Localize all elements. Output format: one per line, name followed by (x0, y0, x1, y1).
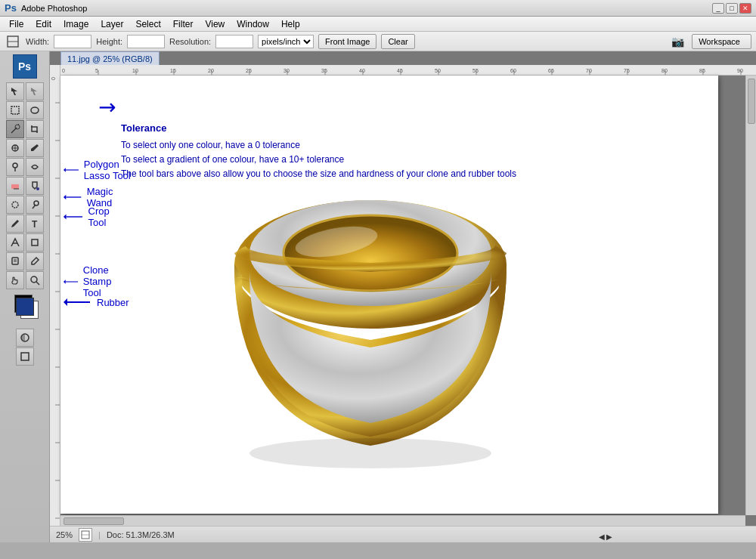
path-selection-button[interactable] (6, 233, 24, 252)
menu-select[interactable]: Select (129, 17, 166, 31)
svg-text:60: 60 (510, 68, 516, 73)
eyedropper-button[interactable] (26, 252, 44, 270)
polygon-lasso-annotation: Polygon Lasso Tool (64, 159, 132, 181)
svg-text:85: 85 (699, 68, 705, 73)
clone-stamp-annotation: Clone Stamp Tool (64, 264, 125, 298)
clear-button[interactable]: Clear (381, 34, 414, 49)
menu-image[interactable]: Image (57, 17, 94, 31)
svg-point-96 (249, 438, 491, 468)
direct-selection-tool-button[interactable] (26, 82, 44, 100)
blur-tool-button[interactable] (6, 196, 24, 214)
crop-tool-label: Crop Tool (88, 205, 119, 228)
width-input[interactable] (54, 35, 91, 48)
tool-row-6 (6, 177, 44, 195)
maximize-button[interactable]: □ (726, 3, 738, 14)
menu-view[interactable]: View (199, 17, 231, 31)
nav-arrows[interactable]: ◀ ▶ (599, 533, 612, 541)
polygon-lasso-arrow-icon (64, 162, 81, 178)
lasso-tool-button[interactable] (26, 101, 44, 119)
status-bar: 25% | Doc: 51.3M/26.3M ◀ ▶ (50, 526, 756, 542)
quick-mask-button[interactable] (16, 329, 34, 347)
zoom-icon (81, 530, 90, 539)
svg-text:5: 5 (95, 68, 98, 73)
svg-text:T: T (32, 219, 38, 229)
tool-row-10 (6, 252, 44, 270)
history-brush-button[interactable] (26, 158, 44, 176)
status-separator: | (98, 530, 101, 539)
ps-logo: Ps (13, 54, 37, 79)
title-bar-controls[interactable]: _ □ ✕ (712, 3, 751, 14)
menu-file[interactable]: File (3, 17, 29, 31)
svg-text:80: 80 (662, 68, 668, 73)
screen-mode-button[interactable] (16, 347, 34, 366)
brush-tool-button[interactable] (26, 139, 44, 157)
pen-tool-button[interactable] (6, 215, 24, 233)
menu-help[interactable]: Help (275, 17, 306, 31)
zoom-tool-button[interactable] (26, 271, 44, 289)
text-tool-button[interactable]: T (26, 215, 44, 233)
svg-point-3 (31, 107, 39, 113)
svg-text:30: 30 (284, 68, 290, 73)
svg-text:15: 15 (170, 68, 176, 73)
nav-right-icon[interactable]: ▶ (606, 533, 612, 541)
svg-text:0: 0 (51, 77, 56, 80)
svg-point-15 (12, 202, 18, 208)
ruler-vertical: 0 (50, 65, 60, 542)
svg-rect-20 (32, 239, 38, 246)
color-picker[interactable] (10, 295, 40, 325)
paint-bucket-button[interactable] (26, 177, 44, 195)
svg-text:75: 75 (624, 68, 630, 73)
crop-tool-button[interactable] (26, 120, 44, 138)
dodge-tool-button[interactable] (26, 196, 44, 214)
marquee-tool-button[interactable] (6, 101, 24, 119)
horizontal-scrollbar[interactable] (60, 515, 745, 526)
tool-row-1 (6, 82, 44, 100)
menu-layer[interactable]: Layer (94, 17, 129, 31)
document-tab[interactable]: 11.jpg @ 25% (RGB/8) (60, 51, 160, 65)
crop-tool-annotation: Crop Tool (64, 205, 118, 228)
magic-wand-tool-button[interactable] (6, 120, 24, 138)
menu-window[interactable]: Window (231, 17, 275, 31)
doc-size-info: Doc: 51.3M/26.3M (107, 530, 175, 539)
close-button[interactable]: ✕ (739, 3, 751, 14)
minimize-button[interactable]: _ (712, 3, 724, 14)
svg-rect-2 (11, 107, 19, 114)
svg-rect-12 (11, 184, 19, 189)
selection-tool-button[interactable] (6, 82, 24, 100)
left-toolbar: Ps (0, 51, 50, 542)
svg-text:65: 65 (548, 68, 554, 73)
notes-tool-button[interactable] (6, 252, 24, 270)
eraser-button[interactable] (6, 177, 24, 195)
scroll-thumb-horizontal[interactable] (64, 517, 124, 525)
svg-text:35: 35 (321, 68, 327, 73)
menu-filter[interactable]: Filter (167, 17, 200, 31)
svg-marker-86 (64, 280, 66, 283)
workspace-button[interactable]: Workspace (692, 34, 751, 49)
svg-point-10 (13, 163, 17, 168)
svg-point-5 (15, 125, 20, 129)
clone-stamp-button[interactable] (6, 158, 24, 176)
height-input[interactable] (127, 35, 165, 48)
options-tool-icon (5, 33, 21, 50)
vertical-scrollbar[interactable] (745, 76, 756, 515)
canvas-wrapper: 11.jpg @ 25% (RGB/8) 0 5 10 15 20 25 30 … (50, 51, 756, 542)
options-bar: Width: Height: Resolution: pixels/inch F… (0, 32, 756, 51)
healing-brush-button[interactable] (6, 139, 24, 157)
title-bar: Ps Adobe Photoshop _ □ ✕ (0, 0, 756, 17)
nav-left-icon[interactable]: ◀ (599, 533, 605, 541)
tool-row-9 (6, 233, 44, 252)
svg-line-25 (36, 282, 39, 285)
document-tab-title: 11.jpg @ 25% (RGB/8) (67, 54, 153, 63)
ruler-horizontal: 0 5 10 15 20 25 30 35 40 45 50 (60, 65, 756, 76)
scroll-thumb-vertical[interactable] (748, 79, 755, 124)
hand-tool-button[interactable] (6, 271, 24, 289)
tool-row-bottom (16, 329, 34, 347)
shape-tool-button[interactable] (26, 233, 44, 252)
svg-line-6 (18, 124, 19, 125)
resolution-input[interactable] (215, 35, 253, 48)
front-image-button[interactable]: Front Image (318, 34, 376, 49)
resolution-unit-select[interactable]: pixels/inch (258, 35, 314, 48)
camera-icon: 📷 (671, 36, 684, 48)
main-area: Ps (0, 51, 756, 542)
menu-edit[interactable]: Edit (29, 17, 57, 31)
